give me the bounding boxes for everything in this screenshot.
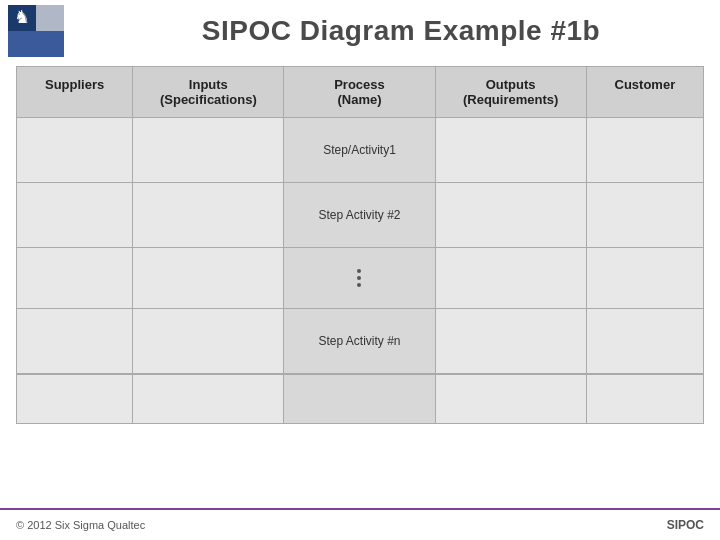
- bottom-cell-5: [587, 375, 703, 423]
- process-cell-1: Step/Activity1: [284, 118, 435, 182]
- col-header-inputs: Inputs (Specifications): [133, 67, 284, 118]
- bottom-cell-2: [133, 375, 284, 423]
- page-title: SIPOC Diagram Example #1b: [98, 15, 704, 47]
- col-header-process: Process (Name): [284, 67, 435, 118]
- dot-1: [357, 269, 361, 273]
- suppliers-cell-1: [17, 118, 133, 182]
- process-cell-dots: [284, 248, 435, 308]
- logo: ♞: [8, 5, 98, 57]
- table-header-row: Suppliers Inputs (Specifications) Proces…: [17, 67, 703, 118]
- outputs-cell-3: [436, 248, 587, 308]
- table-row: Step/Activity1: [17, 118, 703, 183]
- outputs-cell-1: [436, 118, 587, 182]
- suppliers-cell-2: [17, 183, 133, 247]
- outputs-cell-2: [436, 183, 587, 247]
- sipoc-table: Suppliers Inputs (Specifications) Proces…: [16, 66, 704, 424]
- table-row-bottom: [17, 374, 703, 423]
- process-cell-4: Step Activity #n: [284, 309, 435, 373]
- bottom-cell-3: [284, 375, 435, 423]
- customer-cell-3: [587, 248, 703, 308]
- table-row: Step Activity #n: [17, 309, 703, 374]
- inputs-cell-2: [133, 183, 284, 247]
- col-header-suppliers: Suppliers: [17, 67, 133, 118]
- table-row: [17, 248, 703, 309]
- customer-cell-1: [587, 118, 703, 182]
- dot-2: [357, 276, 361, 280]
- col-header-customer: Customer: [587, 67, 703, 118]
- outputs-cell-4: [436, 309, 587, 373]
- logo-chess-icon: ♞: [8, 5, 64, 57]
- bottom-cell-1: [17, 375, 133, 423]
- customer-cell-4: [587, 309, 703, 373]
- table-row: Step Activity #2: [17, 183, 703, 248]
- page-header: ♞ SIPOC Diagram Example #1b: [0, 0, 720, 62]
- suppliers-cell-3: [17, 248, 133, 308]
- page-footer: © 2012 Six Sigma Qualtec SIPOC: [0, 508, 720, 540]
- inputs-cell-3: [133, 248, 284, 308]
- footer-label: SIPOC: [667, 518, 704, 532]
- customer-cell-2: [587, 183, 703, 247]
- bottom-cell-4: [436, 375, 587, 423]
- suppliers-cell-4: [17, 309, 133, 373]
- inputs-cell-4: [133, 309, 284, 373]
- process-cell-2: Step Activity #2: [284, 183, 435, 247]
- footer-copyright: © 2012 Six Sigma Qualtec: [16, 519, 145, 531]
- inputs-cell-1: [133, 118, 284, 182]
- dot-3: [357, 283, 361, 287]
- col-header-outputs: Outputs (Requirements): [436, 67, 587, 118]
